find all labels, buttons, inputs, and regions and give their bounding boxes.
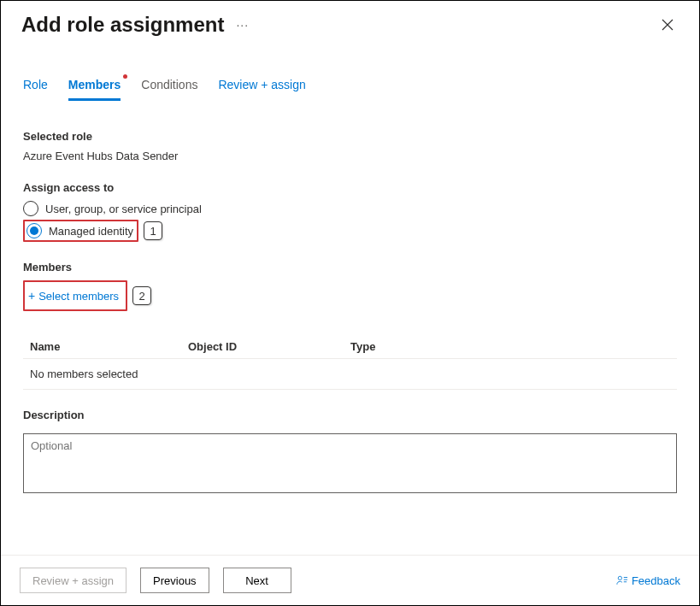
members-table-header: Name Object ID Type [23, 335, 677, 359]
plus-icon: + [28, 289, 35, 303]
callout-1: 1 [144, 221, 162, 240]
radio-managed-identity[interactable]: Managed identity [26, 223, 133, 238]
members-label: Members [23, 261, 677, 274]
more-actions[interactable]: ··· [236, 18, 249, 32]
col-type: Type [350, 340, 670, 353]
select-members-button[interactable]: + Select members [26, 284, 122, 308]
page-title: Add role assignment [21, 13, 224, 37]
tab-conditions[interactable]: Conditions [141, 78, 197, 101]
col-name: Name [30, 340, 188, 353]
radio-icon-unselected [23, 201, 38, 216]
review-assign-button: Review + assign [20, 568, 126, 593]
members-table-empty-row: No members selected [23, 359, 677, 390]
radio-managed-identity-label: Managed identity [49, 225, 133, 238]
feedback-link[interactable]: Feedback [616, 574, 680, 587]
highlight-managed-identity: Managed identity [23, 220, 138, 242]
description-label: Description [23, 409, 677, 421]
feedback-label: Feedback [632, 574, 680, 587]
feedback-icon [616, 574, 628, 586]
callout-2: 2 [132, 286, 151, 305]
tab-members-label: Members [68, 78, 121, 91]
radio-user-group[interactable]: User, group, or service principal [23, 201, 677, 216]
footer-bar: Review + assign Previous Next Feedback [1, 555, 699, 605]
tabs-bar: Role Members Conditions Review + assign [1, 37, 699, 101]
highlight-select-members: + Select members [23, 280, 127, 311]
close-icon [662, 19, 674, 31]
selected-role-label: Selected role [23, 130, 677, 143]
assign-access-label: Assign access to [23, 181, 677, 194]
tab-review[interactable]: Review + assign [218, 78, 305, 101]
selected-role-value: Azure Event Hubs Data Sender [23, 150, 677, 162]
close-button[interactable] [658, 15, 677, 34]
radio-icon-selected [26, 223, 42, 238]
description-input[interactable] [23, 433, 677, 493]
svg-point-0 [618, 576, 621, 580]
tab-role[interactable]: Role [23, 78, 48, 101]
radio-user-group-label: User, group, or service principal [45, 203, 202, 215]
tab-changed-indicator [123, 74, 127, 79]
select-members-label: Select members [38, 290, 119, 303]
previous-button[interactable]: Previous [140, 568, 209, 593]
next-button[interactable]: Next [223, 568, 291, 593]
col-objectid: Object ID [188, 340, 350, 353]
tab-members[interactable]: Members [68, 78, 121, 101]
